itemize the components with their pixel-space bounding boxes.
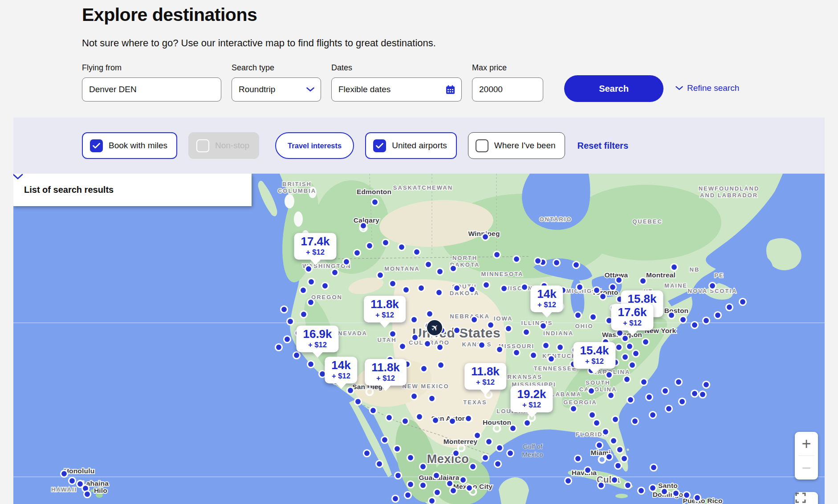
map-destination-dot[interactable] xyxy=(411,393,418,400)
price-bubble[interactable]: 17.4k+ $12 xyxy=(294,233,336,260)
zoom-out-button[interactable]: − xyxy=(795,456,818,480)
map-destination-dot[interactable] xyxy=(600,293,606,300)
price-bubble[interactable]: 11.8k+ $12 xyxy=(464,363,506,390)
map-destination-dot[interactable] xyxy=(703,317,710,324)
map-destination-dot[interactable] xyxy=(709,283,716,289)
map-destination-dot[interactable] xyxy=(610,284,616,291)
map-destination-dot[interactable] xyxy=(622,335,629,342)
map-destination-dot[interactable] xyxy=(420,463,427,470)
map-destination-dot[interactable] xyxy=(402,418,409,425)
map-destination-dot[interactable] xyxy=(726,304,733,311)
map-destination-dot[interactable] xyxy=(530,352,537,359)
map-destination-dot[interactable] xyxy=(700,391,706,398)
map-destination-dot[interactable] xyxy=(412,334,419,341)
map-destination-dot[interactable] xyxy=(594,287,600,294)
map-destination-dot[interactable] xyxy=(460,477,467,484)
map-destination-dot[interactable] xyxy=(332,269,338,276)
map-destination-dot[interactable] xyxy=(407,455,414,461)
map-destination-dot[interactable] xyxy=(276,344,282,351)
map-destination-dot[interactable] xyxy=(418,285,425,292)
map-destination-dot[interactable] xyxy=(496,346,503,353)
map-destination-dot[interactable] xyxy=(488,322,494,329)
map-destination-dot[interactable] xyxy=(434,489,441,496)
map-destination-dot[interactable] xyxy=(343,259,350,265)
price-bubble[interactable]: 17.6k+ $12 xyxy=(611,304,653,330)
map-destination-dot[interactable] xyxy=(671,264,678,271)
map-destination-dot[interactable] xyxy=(407,481,414,488)
map-destination-dot[interactable] xyxy=(617,330,623,337)
zoom-in-button[interactable]: + xyxy=(795,432,818,455)
map-destination-dot[interactable] xyxy=(694,495,701,501)
map-destination-dot[interactable] xyxy=(427,311,433,317)
map-destination-dot[interactable] xyxy=(366,243,373,249)
map-destination-dot[interactable] xyxy=(611,477,618,484)
map-destination-dot[interactable] xyxy=(540,323,547,329)
map-destination-dot[interactable] xyxy=(535,258,541,264)
map-destination-dot[interactable] xyxy=(84,491,91,498)
map-destination-dot[interactable] xyxy=(625,482,631,489)
price-bubble[interactable]: 11.8k+ $12 xyxy=(365,359,407,386)
map-destination-dot[interactable] xyxy=(479,342,485,349)
map-destination-dot[interactable] xyxy=(403,287,410,293)
map-destination-dot[interactable] xyxy=(683,492,690,499)
map-destination-dot[interactable] xyxy=(354,250,361,256)
map-destination-dot[interactable] xyxy=(629,362,636,369)
map-destination-dot[interactable] xyxy=(543,342,549,349)
price-bubble[interactable]: 14k+ $12 xyxy=(325,357,357,383)
map-destination-dot[interactable] xyxy=(524,420,531,427)
filter-united-airports[interactable]: United airports xyxy=(365,132,457,159)
map-destination-dot[interactable] xyxy=(548,356,555,362)
map-destination-dot[interactable] xyxy=(596,442,603,449)
map-destination-dot[interactable] xyxy=(740,299,746,305)
map-destination-dot[interactable] xyxy=(606,454,613,460)
map-destination-dot[interactable] xyxy=(390,280,396,287)
map-destination-dot[interactable] xyxy=(610,438,617,444)
map-destination-dot[interactable] xyxy=(392,496,399,502)
map-destination-dot[interactable] xyxy=(284,336,291,343)
map-destination-dot[interactable] xyxy=(588,388,595,394)
map-destination-dot[interactable] xyxy=(450,488,457,494)
map-destination-dot[interactable] xyxy=(421,366,427,372)
map-destination-dot[interactable] xyxy=(437,268,443,275)
map-destination-dot[interactable] xyxy=(715,312,721,319)
map-destination-dot[interactable] xyxy=(573,262,580,268)
map-destination-dot[interactable] xyxy=(615,463,622,469)
map-destination-dot[interactable] xyxy=(486,439,492,445)
map-destination-dot[interactable] xyxy=(438,362,444,369)
map-destination-dot[interactable] xyxy=(510,425,517,432)
price-bubble[interactable]: 16.9k+ $12 xyxy=(296,325,338,352)
map-destination-dot[interactable] xyxy=(450,265,457,272)
map-destination-dot[interactable] xyxy=(680,317,687,323)
map-destination-dot[interactable] xyxy=(594,420,600,427)
map-destination-dot[interactable] xyxy=(675,379,682,386)
flying-from-input[interactable]: Denver DEN xyxy=(82,77,221,102)
map-destination-dot[interactable] xyxy=(496,445,503,451)
map-destination-dot[interactable] xyxy=(641,379,647,386)
map-destination-dot[interactable] xyxy=(589,412,596,419)
search-button[interactable]: Search xyxy=(564,75,663,102)
map-destination-dot[interactable] xyxy=(394,446,401,452)
map-destination-dot[interactable] xyxy=(482,234,489,240)
map-destination-dot[interactable] xyxy=(281,306,288,313)
max-price-input[interactable]: 20000 xyxy=(472,77,543,102)
map-destination-dot[interactable] xyxy=(608,392,614,399)
map-destination-dot[interactable] xyxy=(399,244,405,251)
map-destination-dot[interactable] xyxy=(666,406,672,412)
map-destination-dot[interactable] xyxy=(436,289,443,296)
map-destination-dot[interactable] xyxy=(616,277,622,284)
origin-airplane-marker[interactable]: ✈ xyxy=(426,319,443,336)
dates-input[interactable]: Flexible dates xyxy=(331,77,462,102)
map-destination-dot[interactable] xyxy=(61,471,68,477)
map-destination-dot[interactable] xyxy=(662,388,669,394)
map-destination-dot[interactable] xyxy=(703,382,710,388)
map-destination-dot[interactable] xyxy=(612,416,619,423)
map-destination-dot[interactable] xyxy=(301,311,307,318)
map-destination-dot[interactable] xyxy=(692,322,698,329)
map-destination-dot[interactable] xyxy=(505,325,512,332)
results-panel-toggle[interactable]: List of search results xyxy=(13,174,252,206)
map-destination-dot[interactable] xyxy=(469,286,476,293)
map-destination-dot[interactable] xyxy=(513,256,520,263)
map-destination-dot[interactable] xyxy=(590,314,597,321)
map-destination-dot[interactable] xyxy=(643,339,649,345)
filter-non-stop[interactable]: Non-stop xyxy=(188,132,259,159)
